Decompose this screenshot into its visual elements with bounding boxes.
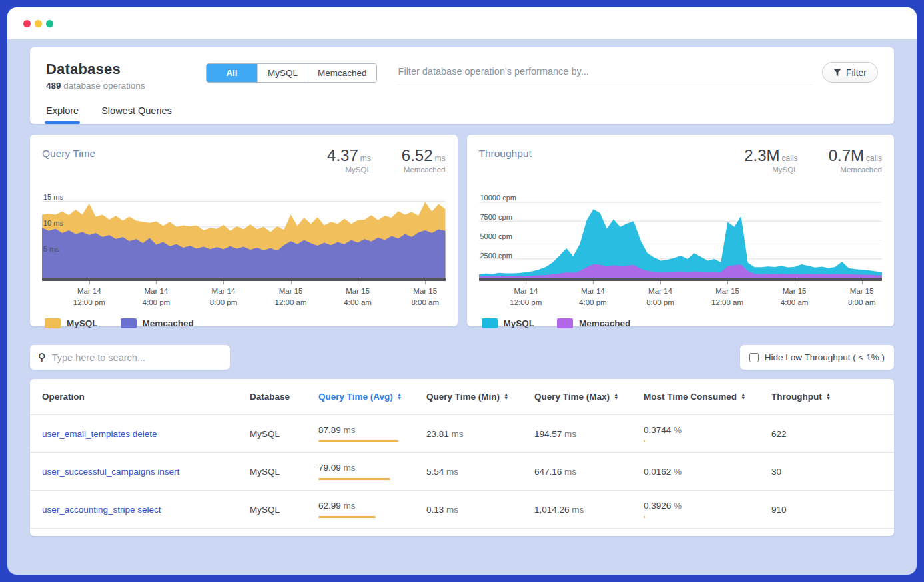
column-header-most-time-consumed[interactable]: Most Time Consumed▲▼ [644,392,771,402]
chart-stat-memcached: 0.7McallsMemcached [829,146,882,174]
table-row: user_email_templates deleteMySQL87.89 ms… [30,415,894,453]
throughput-cell: 910 [771,505,894,515]
charts-row: Query Time4.37msMySQL6.52msMemcached5 ms… [30,135,894,326]
close-window-button[interactable] [23,20,31,27]
window-frame: Databases 489 database operations AllMyS… [0,0,924,582]
consumed-bar [644,516,645,518]
search-input[interactable] [52,352,222,363]
column-header-query-time-max-[interactable]: Query Time (Max)▲▼ [534,392,644,402]
x-tick-mark [862,281,863,284]
search-box: ⚲ [30,345,230,370]
column-header-throughput[interactable]: Throughput▲▼ [771,392,894,402]
y-axis-label: 5000 cpm [480,232,512,240]
operations-table-body: user_email_templates deleteMySQL87.89 ms… [30,415,894,529]
database-cell: MySQL [250,505,318,515]
x-tick-label: Mar 148:00 pm [646,286,674,308]
legend-swatch [45,318,61,328]
x-tick-label: Mar 158:00 am [411,286,439,308]
database-type-segmented-control: AllMySQLMemcached [206,63,377,83]
query-time-min-cell: 5.54 ms [426,467,534,477]
y-axis-label: 5 ms [43,245,59,253]
column-header-database: Database [250,392,318,402]
x-tick-mark [593,281,594,284]
table-controls-row: ⚲ Hide Low Throughput ( < 1% ) [30,345,894,370]
database-cell: MySQL [250,429,318,439]
x-tick-label: Mar 154:00 am [344,286,372,308]
column-header-query-time-avg-[interactable]: Query Time (Avg)▲▼ [318,392,426,402]
query-time-max-cell: 647.16 ms [534,467,644,477]
x-tick-mark [795,281,795,284]
x-axis-labels: Mar 1412:00 pmMar 144:00 pmMar 148:00 pm… [42,281,446,309]
segment-mysql[interactable]: MySQL [257,64,308,82]
hide-low-throughput-label: Hide Low Throughput ( < 1% ) [765,352,885,362]
segment-all[interactable]: All [207,64,257,82]
query-time-min-cell: 23.81 ms [426,429,534,439]
chart-title: Query Time [42,146,95,160]
filter-button-label: Filter [846,67,867,78]
legend-item-mysql[interactable]: MySQL [45,318,98,328]
chart-stat-mysql: 2.3McallsMySQL [744,146,797,174]
query-time-plot: 5 ms10 ms15 ms [42,196,446,278]
legend-swatch [557,318,573,328]
chart-legend: MySQLMemcached [42,318,446,328]
avg-time-bar [318,440,398,442]
minimize-window-button[interactable] [35,20,42,27]
y-axis-label: 10 ms [43,219,63,227]
x-tick-mark [223,281,224,284]
chart-stat-mysql: 4.37msMySQL [327,146,371,174]
app-window: Databases 489 database operations AllMyS… [7,7,917,575]
filter-button[interactable]: Filter [822,62,878,83]
operation-link[interactable]: user_email_templates delete [42,429,157,439]
y-axis-label: 10000 cpm [480,194,516,202]
legend-item-memcached[interactable]: Memcached [121,318,194,328]
funnel-icon [833,69,841,77]
legend-swatch [482,318,498,328]
query-time-max-cell: 194.57 ms [534,429,644,439]
tab-explore[interactable]: Explore [46,105,79,124]
operation-link[interactable]: user_successful_campaigns insert [42,467,179,477]
legend-label: Memcached [579,318,630,328]
tab-slowest-queries[interactable]: Slowest Queries [101,105,172,124]
page-header-card: Databases 489 database operations AllMyS… [30,47,894,124]
operations-count-suffix: database operations [61,81,145,91]
query-time-avg-cell: 62.99 ms [318,501,426,518]
legend-item-mysql[interactable]: MySQL [482,318,535,328]
sort-icon: ▲▼ [826,394,831,400]
legend-item-memcached[interactable]: Memcached [557,318,630,328]
sort-icon: ▲▼ [614,394,618,400]
x-tick-label: Mar 1412:00 pm [73,286,105,308]
x-tick-label: Mar 144:00 pm [579,286,607,308]
x-tick-mark [291,281,292,284]
x-tick-mark [660,281,661,284]
throughput-chart-card: Throughput2.3McallsMySQL0.7McallsMemcach… [467,135,895,326]
maximize-window-button[interactable] [46,20,53,27]
query-time-min-cell: 0.13 ms [426,505,534,515]
operations-table-header: OperationDatabaseQuery Time (Avg)▲▼Query… [30,379,894,415]
segment-memcached[interactable]: Memcached [308,64,376,82]
query-time-chart-card: Query Time4.37msMySQL6.52msMemcached5 ms… [30,135,458,326]
page-title: Databases [46,61,206,78]
x-tick-mark [727,281,728,284]
x-tick-label: Mar 144:00 pm [143,286,171,308]
most-time-consumed-cell: 0.3744 % [644,425,771,442]
chart-stat-memcached: 6.52msMemcached [402,146,446,174]
window-titlebar [7,7,917,39]
x-tick-mark [358,281,358,284]
chart-legend: MySQLMemcached [479,318,883,328]
query-time-avg-cell: 79.09 ms [318,463,426,480]
query-time-max-cell: 1,014.26 ms [534,505,644,515]
hide-low-throughput-checkbox[interactable] [749,353,759,362]
x-tick-label: Mar 1512:00 am [275,286,307,308]
operation-link[interactable]: user_accounting_stripe select [42,505,161,515]
table-row: user_accounting_stripe selectMySQL62.99 … [30,491,894,529]
query-time-avg-cell: 87.89 ms [318,425,426,442]
traffic-light-buttons [23,20,53,27]
operations-count-number: 489 [46,81,61,91]
most-time-consumed-cell: 0.0162 % [644,467,771,477]
y-axis-label: 7500 cpm [480,213,512,221]
column-header-query-time-min-[interactable]: Query Time (Min)▲▼ [426,392,534,402]
legend-label: MySQL [67,318,98,328]
filter-performance-input[interactable] [397,62,813,85]
x-tick-label: Mar 148:00 pm [210,286,238,308]
explore-tabs: ExploreSlowest Queries [46,105,878,124]
